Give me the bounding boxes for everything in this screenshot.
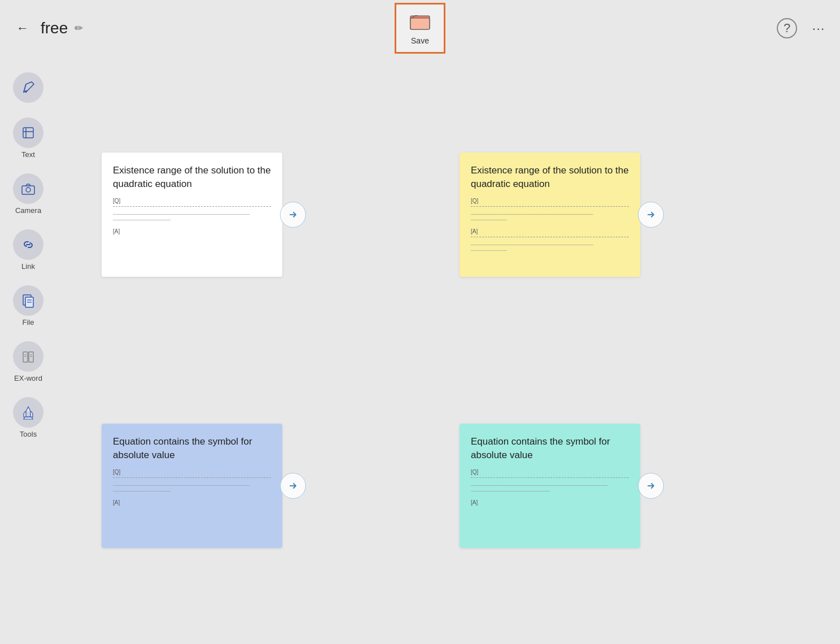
card-3-q-lines: ────────────────────────────────────────… xyxy=(113,482,271,494)
card-2-title: Existence range of the solution to the q… xyxy=(471,164,629,191)
camera-icon xyxy=(13,173,43,204)
sidebar-item-exword-label: EX-word xyxy=(14,374,42,382)
card-3-a-label: [A] xyxy=(113,499,271,506)
help-button[interactable]: ? xyxy=(777,18,797,38)
more-button[interactable]: ··· xyxy=(808,18,829,38)
card-1-a-label: [A] xyxy=(113,228,271,234)
sidebar-item-file[interactable]: File xyxy=(6,281,50,331)
card-3-q-label: [Q] xyxy=(113,469,271,475)
card-2-a-label: [A] xyxy=(471,228,629,234)
save-label: Save xyxy=(411,36,429,45)
sidebar-item-text-label: Text xyxy=(21,150,35,159)
card-4-q-lines: ────────────────────────────────────────… xyxy=(471,482,629,494)
svg-rect-13 xyxy=(23,352,28,362)
file-icon xyxy=(13,285,43,316)
card-1-divider xyxy=(113,206,271,207)
save-icon xyxy=(410,12,430,34)
sidebar-item-tools[interactable]: Tools xyxy=(6,393,50,443)
page-title: free xyxy=(41,19,68,37)
header-right: ? ··· xyxy=(777,18,829,38)
edit-icon[interactable]: ✏ xyxy=(75,22,83,34)
card-3-title: Equation contains the symbol for absolut… xyxy=(113,435,271,462)
card-1-q-label: [Q] xyxy=(113,198,271,204)
card-2-arrow[interactable] xyxy=(638,202,664,228)
sidebar-item-camera-label: Camera xyxy=(15,206,41,215)
sidebar-item-camera[interactable]: Camera xyxy=(6,169,50,219)
card-3-arrow[interactable] xyxy=(280,473,306,499)
card-1-q-lines: ────────────────────────────────────────… xyxy=(113,211,271,223)
sidebar-item-tools-label: Tools xyxy=(20,430,37,438)
back-button[interactable]: ← xyxy=(11,17,34,40)
header: ← free ✏ Save ? ··· xyxy=(0,0,840,56)
main-content: Existence range of the solution to the q… xyxy=(56,56,840,644)
link-icon xyxy=(13,229,43,260)
card-2-q-lines: ────────────────────────────────────────… xyxy=(471,211,629,223)
card-wrapper-3: Equation contains the symbol for absolut… xyxy=(102,362,437,610)
save-button[interactable]: Save xyxy=(395,3,445,54)
sidebar-item-exword[interactable]: EX-word xyxy=(6,337,50,387)
card-4-title: Equation contains the symbol for absolut… xyxy=(471,435,629,462)
svg-rect-3 xyxy=(23,128,33,138)
card-wrapper-1: Existence range of the solution to the q… xyxy=(102,90,437,339)
card-2-divider xyxy=(471,206,629,207)
card-4-arrow[interactable] xyxy=(638,473,664,499)
header-left: ← free ✏ xyxy=(11,17,83,40)
header-center: Save xyxy=(395,3,445,54)
card-3[interactable]: Equation contains the symbol for absolut… xyxy=(102,424,282,548)
tools-icon xyxy=(13,397,43,428)
svg-point-2 xyxy=(25,90,27,93)
card-2[interactable]: Existence range of the solution to the q… xyxy=(460,153,640,277)
pen-icon xyxy=(13,72,43,103)
card-1-title: Existence range of the solution to the q… xyxy=(113,164,271,191)
card-4-a-label: [A] xyxy=(471,499,629,506)
text-icon xyxy=(13,118,43,148)
sidebar-item-text[interactable]: Text xyxy=(6,113,50,163)
svg-rect-14 xyxy=(29,352,33,362)
exword-icon xyxy=(13,341,43,372)
card-4-divider xyxy=(471,477,629,478)
sidebar: Text Camera Link xyxy=(0,56,56,644)
card-4[interactable]: Equation contains the symbol for absolut… xyxy=(460,424,640,548)
card-wrapper-4: Equation contains the symbol for absolut… xyxy=(460,362,795,610)
card-2-q-label: [Q] xyxy=(471,198,629,204)
card-4-q-label: [Q] xyxy=(471,469,629,475)
sidebar-item-link-label: Link xyxy=(21,262,35,271)
card-wrapper-2: Existence range of the solution to the q… xyxy=(460,90,795,339)
card-3-divider xyxy=(113,477,271,478)
sidebar-item-file-label: File xyxy=(23,318,34,327)
sidebar-item-link[interactable]: Link xyxy=(6,225,50,275)
card-2-a-lines: ────────────────────────────────────────… xyxy=(471,242,629,253)
sidebar-item-pen[interactable] xyxy=(6,68,50,107)
svg-rect-1 xyxy=(410,18,430,29)
card-1[interactable]: Existence range of the solution to the q… xyxy=(102,153,282,277)
svg-point-7 xyxy=(26,188,30,192)
card-2-divider-2 xyxy=(471,237,629,237)
card-1-arrow[interactable] xyxy=(280,202,306,228)
